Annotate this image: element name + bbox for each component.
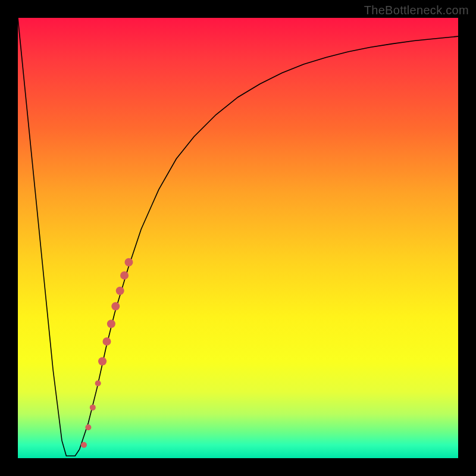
chart-frame: TheBottleneck.com: [0, 0, 476, 476]
data-marker: [120, 271, 129, 280]
data-marker: [98, 357, 107, 365]
attribution-label: TheBottleneck.com: [364, 4, 469, 17]
data-marker: [124, 258, 133, 267]
data-marker: [116, 287, 124, 295]
data-marker: [102, 337, 111, 346]
data-marker: [90, 405, 96, 411]
bottleneck-curve: [18, 18, 458, 456]
plot-svg: [18, 18, 458, 458]
data-marker: [85, 424, 91, 430]
data-marker: [95, 380, 101, 386]
data-marker: [81, 442, 87, 448]
data-marker: [107, 320, 115, 328]
plot-area: [18, 18, 458, 458]
data-marker: [111, 302, 120, 311]
